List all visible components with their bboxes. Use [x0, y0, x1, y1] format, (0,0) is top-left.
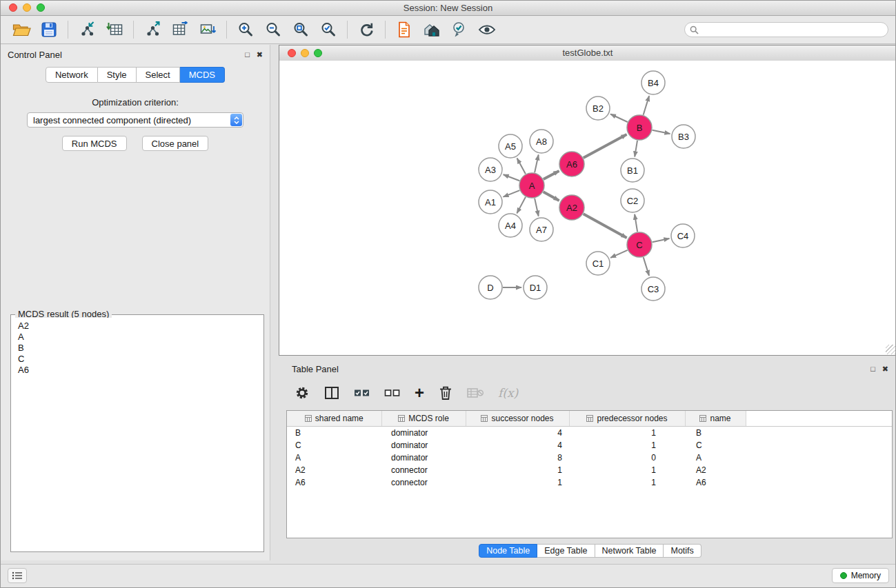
column-header-predecessor-nodes[interactable]: predecessor nodes	[569, 411, 685, 427]
graph-edge-C-C2[interactable]	[635, 214, 637, 232]
open-file-button[interactable]	[8, 18, 35, 41]
close-panel-button[interactable]: Close panel	[142, 136, 209, 151]
column-header-name[interactable]: name	[685, 411, 746, 427]
zoom-in-button[interactable]	[232, 18, 259, 41]
graph-node-A7[interactable]: A7	[530, 218, 553, 241]
column-header-shared-name[interactable]: shared name	[287, 411, 381, 427]
graph-node-B3[interactable]: B3	[672, 125, 695, 148]
import-network-button[interactable]	[73, 18, 101, 41]
tab-network-table[interactable]: Network Table	[595, 544, 664, 558]
network-window-titlebar[interactable]: testGlobe.txt	[279, 45, 896, 61]
close-table-panel-icon[interactable]: ✖	[882, 365, 888, 373]
graph-edge-A-A3[interactable]	[504, 174, 520, 181]
network-canvas[interactable]: B4B2BB3B1A5A8A6A3AC2A1A2A4A7C4CC1C3DD1	[279, 61, 896, 355]
home-views-button[interactable]	[418, 18, 446, 41]
eye-visibility-button[interactable]	[473, 18, 501, 41]
table-row[interactable]: A2connector11A2	[287, 464, 892, 476]
graph-node-A4[interactable]: A4	[499, 214, 522, 237]
table-row[interactable]: A6connector11A6	[287, 476, 892, 489]
column-header-mcds-role[interactable]: MCDS role	[381, 411, 466, 427]
optimization-criterion-select[interactable]: largest connected component (directed)	[27, 112, 243, 128]
mcds-result-item[interactable]: A	[18, 332, 257, 343]
graph-edge-B-B4[interactable]	[644, 96, 650, 115]
graph-edge-A-A2[interactable]	[544, 192, 559, 201]
graph-edge-B-B1[interactable]	[635, 141, 637, 157]
memory-button[interactable]: Memory	[832, 568, 889, 583]
zoom-fit-button[interactable]	[287, 18, 315, 41]
graph-node-A8[interactable]: A8	[530, 130, 553, 153]
run-mcds-button[interactable]: Run MCDS	[62, 136, 127, 151]
window-resize-grip[interactable]	[886, 345, 895, 354]
network-report-button[interactable]	[390, 18, 418, 41]
column-layout-button[interactable]	[324, 383, 339, 403]
task-history-button[interactable]	[8, 568, 27, 583]
export-table-button[interactable]	[166, 18, 194, 41]
search-input[interactable]	[702, 24, 883, 36]
graph-node-B[interactable]: B	[627, 115, 652, 140]
graph-edge-C-C1[interactable]	[610, 250, 628, 258]
graph-edge-A6-B[interactable]	[584, 134, 627, 158]
mcds-result-item[interactable]: A6	[18, 365, 257, 376]
mcds-result-item[interactable]: C	[18, 354, 257, 365]
tab-mcds[interactable]: MCDS	[180, 67, 225, 83]
graph-edge-C-C3[interactable]	[644, 257, 649, 276]
graph-node-C4[interactable]: C4	[671, 224, 695, 247]
graph-node-A3[interactable]: A3	[479, 158, 502, 181]
zoom-out-button[interactable]	[259, 18, 287, 41]
deselect-all-rows-button[interactable]	[384, 383, 400, 403]
tab-motifs[interactable]: Motifs	[664, 544, 701, 558]
tab-network[interactable]: Network	[46, 67, 98, 83]
float-table-panel-icon[interactable]: □	[870, 365, 875, 373]
tab-style[interactable]: Style	[98, 67, 137, 83]
table-settings-button[interactable]	[295, 383, 310, 403]
graph-edge-A2-C[interactable]	[584, 214, 627, 238]
close-panel-icon[interactable]: ✖	[257, 51, 263, 59]
graph-node-A5[interactable]: A5	[499, 134, 522, 158]
graph-node-B4[interactable]: B4	[641, 71, 665, 94]
save-session-button[interactable]	[35, 18, 63, 41]
add-column-button[interactable]: +	[415, 383, 424, 403]
export-network-button[interactable]	[139, 18, 166, 41]
graph-node-D[interactable]: D	[479, 276, 502, 299]
table-row[interactable]: Adominator80A	[287, 452, 892, 464]
import-table-button[interactable]	[101, 18, 128, 41]
graph-node-A2[interactable]: A2	[559, 195, 584, 220]
graph-node-C[interactable]: C	[627, 232, 652, 257]
tab-edge-table[interactable]: Edge Table	[537, 544, 595, 558]
graph-node-C3[interactable]: C3	[641, 277, 665, 301]
graph-edge-B-B3[interactable]	[653, 130, 670, 134]
delete-column-button[interactable]	[439, 383, 452, 403]
tab-node-table[interactable]: Node Table	[479, 544, 537, 558]
graph-edge-C-C4[interactable]	[653, 239, 670, 242]
mcds-result-item[interactable]: B	[18, 343, 257, 354]
network-graph[interactable]: B4B2BB3B1A5A8A6A3AC2A1A2A4A7C4CC1C3DD1	[279, 61, 896, 355]
graph-node-C2[interactable]: C2	[621, 189, 644, 212]
graph-node-B1[interactable]: B1	[621, 159, 644, 182]
graph-edge-A-A1[interactable]	[504, 190, 520, 197]
graph-node-A[interactable]: A	[519, 173, 544, 198]
graph-edge-A-A6[interactable]	[544, 171, 559, 179]
graph-edge-B-B2[interactable]	[610, 114, 628, 123]
verify-badge-button[interactable]	[446, 18, 473, 41]
graph-node-A6[interactable]: A6	[559, 152, 584, 176]
float-panel-icon[interactable]: □	[245, 51, 250, 59]
table-row[interactable]: Bdominator41B	[287, 427, 892, 440]
graph-edge-A-A8[interactable]	[535, 155, 539, 173]
export-image-button[interactable]	[194, 18, 221, 41]
table-row[interactable]: Cdominator41C	[287, 439, 892, 452]
graph-edge-A-A4[interactable]	[517, 197, 526, 214]
mcds-result-list[interactable]: A2ABCA6	[14, 318, 261, 549]
graph-node-D1[interactable]: D1	[524, 276, 547, 299]
tab-select[interactable]: Select	[137, 67, 180, 83]
graph-node-C1[interactable]: C1	[586, 252, 610, 275]
select-all-rows-button[interactable]	[354, 383, 370, 403]
graph-node-A1[interactable]: A1	[479, 190, 502, 214]
graph-node-B2[interactable]: B2	[586, 97, 610, 120]
graph-edge-A-A7[interactable]	[535, 199, 539, 216]
column-header-successor-nodes[interactable]: successor nodes	[466, 411, 569, 427]
mcds-result-item[interactable]: A2	[18, 321, 257, 332]
search-field[interactable]	[684, 22, 888, 37]
zoom-selected-button[interactable]	[315, 18, 342, 41]
apply-layout-button[interactable]	[352, 18, 380, 41]
graph-edge-A-A5[interactable]	[517, 159, 526, 174]
